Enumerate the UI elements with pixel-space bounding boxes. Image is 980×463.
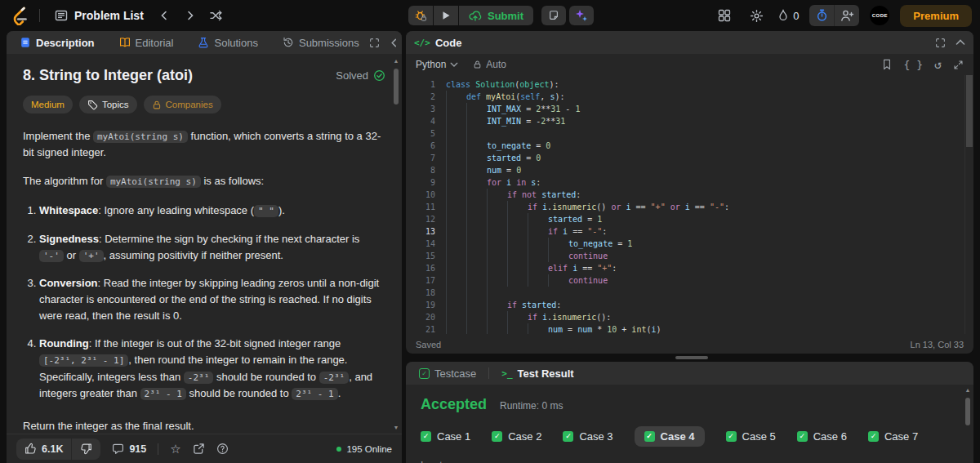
- difficulty-badge[interactable]: Medium: [23, 96, 73, 114]
- indent-guide: [446, 213, 466, 225]
- tab-submissions[interactable]: Submissions: [278, 31, 364, 54]
- random-problem-button[interactable]: [206, 5, 227, 26]
- scroll-up-arrow[interactable]: ▲: [394, 57, 399, 65]
- code-line[interactable]: 2def myAtoi(self, s):: [406, 91, 973, 103]
- scrollbar-thumb[interactable]: [394, 69, 399, 105]
- code-token: INT_MIN: [487, 117, 521, 126]
- case-button[interactable]: ✓Case 5: [726, 426, 776, 447]
- tab-testcase[interactable]: ✓ Testcase: [414, 362, 481, 385]
- scroll-down-arrow[interactable]: ▼: [394, 424, 399, 432]
- solved-check-icon: [373, 69, 385, 82]
- streak-button[interactable]: 0: [777, 9, 799, 22]
- cursor-position: Ln 13, Col 33: [911, 340, 964, 349]
- layout-button[interactable]: [714, 5, 735, 26]
- premium-button[interactable]: Premium: [900, 5, 972, 27]
- collaborate-button[interactable]: [834, 5, 859, 26]
- code-token: ):: [555, 92, 564, 101]
- settings-button[interactable]: [746, 5, 767, 26]
- code-line[interactable]: 13if i == "-":: [406, 225, 973, 238]
- format-code-button[interactable]: { }: [903, 60, 922, 70]
- code-line[interactable]: 4INT_MIN = -2**31: [406, 115, 973, 127]
- case-button[interactable]: ✓Case 2: [492, 426, 541, 447]
- reset-code-button[interactable]: ↺: [934, 59, 942, 71]
- debug-button[interactable]: [408, 6, 433, 25]
- timer-button[interactable]: [809, 5, 834, 26]
- topics-badge[interactable]: Topics: [79, 96, 137, 114]
- collapse-code-button[interactable]: [956, 38, 965, 47]
- share-button[interactable]: [193, 443, 205, 455]
- code-line[interactable]: 9for i in s:: [406, 176, 973, 189]
- code-token: **: [546, 117, 555, 126]
- description-scrollbar[interactable]: ▲ ▼: [392, 57, 400, 432]
- grid-layout-icon: [718, 9, 731, 22]
- run-button[interactable]: [434, 6, 458, 25]
- case-button[interactable]: ✓Case 6: [797, 426, 847, 447]
- maximize-code-button[interactable]: [935, 38, 946, 48]
- code-line[interactable]: 20if i.isnumeric():: [406, 311, 973, 323]
- collapse-description-button[interactable]: [390, 38, 399, 47]
- code-line[interactable]: 18: [406, 287, 973, 299]
- autocomplete-toggle[interactable]: Auto: [473, 59, 506, 70]
- bookmark-button[interactable]: [882, 59, 892, 70]
- fullscreen-editor-button[interactable]: [953, 60, 964, 70]
- code-line[interactable]: 8num = 0: [406, 164, 973, 176]
- editor-scrollbar-thumb[interactable]: [966, 75, 973, 147]
- avatar[interactable]: CODE: [870, 6, 889, 25]
- indent-guide: [466, 103, 487, 115]
- scrollbar-thumb[interactable]: [965, 398, 970, 425]
- code-line[interactable]: 21num = num * 10 + int(i): [406, 323, 973, 334]
- dislike-button[interactable]: [71, 439, 100, 460]
- maximize-description-button[interactable]: [369, 38, 380, 48]
- code-line[interactable]: 6to_negate = 0: [406, 140, 973, 152]
- language-select[interactable]: Python: [416, 59, 458, 70]
- editor-scrollbar[interactable]: [964, 75, 973, 334]
- next-problem-button[interactable]: [180, 5, 201, 26]
- feedback-button[interactable]: [216, 443, 229, 455]
- code-line[interactable]: 1class Solution(object):: [406, 78, 973, 91]
- tab-editorial[interactable]: Editorial: [114, 31, 179, 54]
- scroll-up-arrow[interactable]: ▲: [965, 386, 971, 394]
- code-line[interactable]: 11if i.isnumeric() or i == "+" or i == "…: [406, 201, 973, 213]
- tab-description[interactable]: Description: [15, 31, 100, 54]
- notes-button[interactable]: [541, 6, 566, 25]
- test-result-scrollbar[interactable]: ▲ ▼: [964, 386, 972, 463]
- like-button[interactable]: 6.1K: [16, 439, 71, 460]
- case-passed-check-icon: ✓: [726, 431, 737, 442]
- line-number: 21: [406, 323, 446, 334]
- code-line[interactable]: 19if started:: [406, 299, 973, 311]
- case-button[interactable]: ✓Case 1: [421, 426, 470, 447]
- code-line[interactable]: 12started = 1: [406, 213, 973, 225]
- companies-badge[interactable]: Companies: [144, 96, 221, 114]
- tab-test-result[interactable]: >_ Test Result: [497, 362, 578, 385]
- favorite-star-button[interactable]: ☆: [170, 443, 180, 455]
- indent-guide: [446, 164, 466, 176]
- code-line[interactable]: 15continue: [406, 250, 973, 262]
- test-result-content: Accepted Runtime: 0 ms ✓Case 1✓Case 2✓Ca…: [406, 385, 973, 463]
- code-line[interactable]: 7started = 0: [406, 152, 973, 164]
- code-line[interactable]: 17continue: [406, 274, 973, 287]
- code-line[interactable]: 16elif i == "+":: [406, 262, 973, 274]
- comments-button[interactable]: 915: [112, 443, 146, 455]
- code-line[interactable]: 10if not started:: [406, 189, 973, 201]
- code-line[interactable]: 3INT_MAX = 2**31 - 1: [406, 103, 973, 115]
- submit-button[interactable]: Submit: [459, 6, 533, 25]
- code-editor[interactable]: 1class Solution(object):2def myAtoi(self…: [406, 75, 973, 334]
- tab-solutions[interactable]: Solutions: [193, 31, 262, 54]
- leetcode-logo[interactable]: [8, 5, 29, 26]
- description-content[interactable]: 8. String to Integer (atoi) Solved Mediu…: [7, 54, 392, 434]
- prev-problem-button[interactable]: [154, 5, 175, 26]
- code-line[interactable]: 14to_negate = 1: [406, 238, 973, 250]
- panel-resize-handle[interactable]: [675, 356, 708, 359]
- ai-assistant-button[interactable]: [569, 6, 594, 25]
- case-button[interactable]: ✓Case 4: [635, 426, 705, 447]
- code-line[interactable]: 5: [406, 127, 973, 140]
- code-token: 31: [550, 105, 560, 114]
- problem-list-button[interactable]: Problem List: [50, 6, 149, 25]
- case-button[interactable]: ✓Case 3: [563, 426, 612, 447]
- code-panel-title: Code: [435, 37, 462, 49]
- case-button[interactable]: ✓Case 7: [868, 426, 918, 447]
- code-token: 0: [516, 166, 521, 175]
- case-label: Case 7: [884, 430, 918, 443]
- case-passed-check-icon: ✓: [563, 431, 573, 442]
- code-token: (): [596, 203, 611, 211]
